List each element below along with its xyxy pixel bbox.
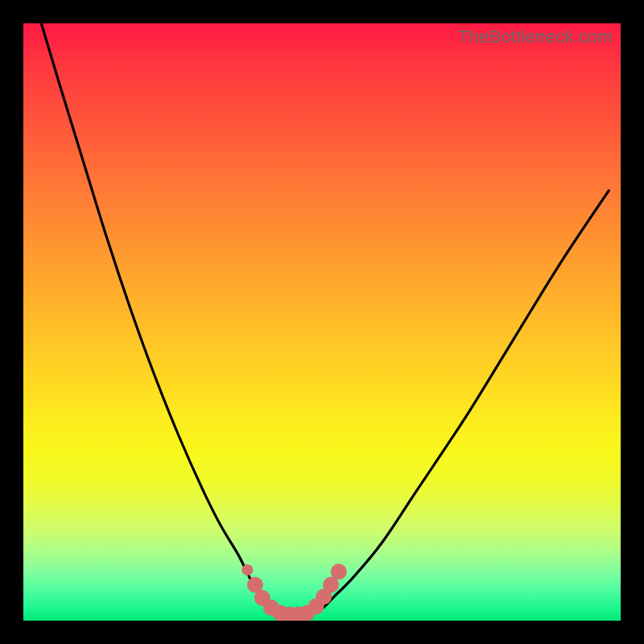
bottleneck-curve [41, 23, 609, 615]
marker-group [242, 564, 347, 621]
plot-area: TheBottleneck.com [23, 23, 621, 621]
chart-frame: TheBottleneck.com [0, 0, 644, 644]
curve-marker [331, 564, 347, 580]
curve-marker [242, 564, 253, 576]
chart-svg [23, 23, 621, 621]
